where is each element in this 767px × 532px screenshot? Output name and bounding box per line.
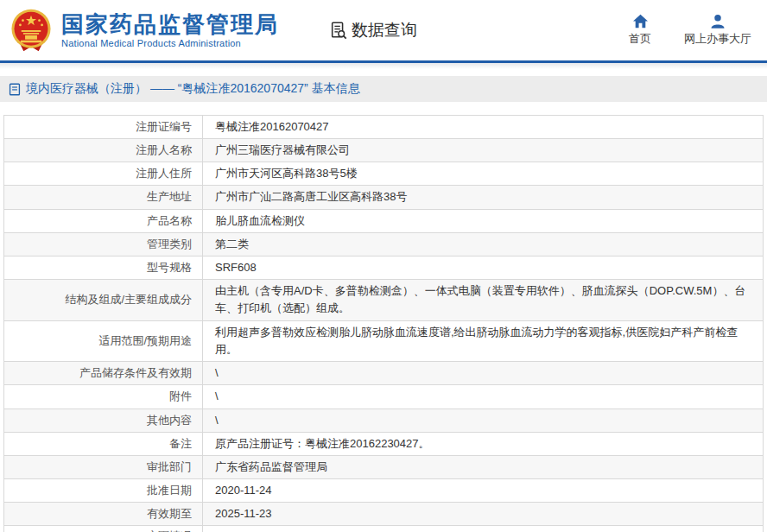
row-label: 注册证编号 (4, 116, 203, 138)
table-row: 生产地址 广州市广汕二路高唐工业区高科路38号 (4, 186, 763, 209)
breadcrumb-text: 境内医疗器械（注册） —— “粤械注准20162070427” 基本信息 (26, 81, 360, 97)
nmpa-logo[interactable]: 国家药品监督管理局 National Medical Products Admi… (9, 8, 279, 53)
table-row: 结构及组成/主要组成成分 由主机（含专用A/D卡、多普勒检测盒）、一体式电脑（装… (4, 280, 763, 321)
table-row: 适用范围/预期用途 利用超声多普勒效应检测胎儿脐动脉血流速度谱,给出脐动脉血流动… (4, 321, 763, 362)
row-value: 广州市天河区高科路38号5楼 (203, 162, 763, 185)
row-value (203, 526, 763, 532)
table-row: 附件 \ (4, 385, 763, 408)
table-row: 注册人住所 广州市天河区高科路38号5楼 (4, 162, 763, 186)
row-value: SRF608 (203, 256, 763, 279)
nav-home[interactable]: 首页 (629, 14, 651, 47)
table-row: 管理类别 第二类 (4, 233, 763, 256)
row-value: 粤械注准20162070427 (203, 116, 763, 138)
site-subtitle: National Medical Products Administration (61, 38, 279, 48)
row-label: 批准日期 (4, 479, 203, 502)
data-query-tab[interactable]: 数据查询 (329, 19, 417, 41)
header-nav: 首页 网上办事大厅 (629, 14, 751, 47)
row-label: 结构及组成/主要组成成分 (4, 280, 203, 320)
row-label: 变更情况 (4, 526, 203, 532)
row-value: 原产品注册证号：粤械注准20162230427。 (203, 433, 763, 455)
row-value: \ (203, 385, 763, 408)
table-row: 变更情况 (4, 526, 763, 532)
table-row: 审批部门 广东省药品监督管理局 (4, 456, 763, 479)
table-row: 产品储存条件及有效期 \ (4, 362, 763, 385)
row-value: 由主机（含专用A/D卡、多普勒检测盒）、一体式电脑（装置专用软件）、脐血流探头（… (203, 280, 763, 320)
row-label: 注册人名称 (4, 139, 203, 162)
row-label: 生产地址 (4, 186, 203, 208)
row-label: 审批部门 (4, 456, 203, 478)
row-value: \ (203, 362, 763, 384)
nav-service-hall-label: 网上办事大厅 (684, 31, 751, 47)
site-title: 国家药品监督管理局 (61, 12, 279, 37)
page-icon (9, 83, 21, 96)
row-value: 2020-11-24 (203, 479, 763, 502)
nav-home-label: 首页 (629, 31, 651, 47)
breadcrumb: 境内医疗器械（注册） —— “粤械注准20162070427” 基本信息 (0, 76, 767, 102)
header-shadow (0, 63, 767, 69)
row-label: 型号规格 (4, 256, 203, 279)
home-icon (632, 14, 649, 28)
row-value: 广州三瑞医疗器械有限公司 (203, 139, 763, 162)
row-label: 适用范围/预期用途 (4, 321, 203, 361)
row-value: 2025-11-23 (203, 503, 763, 525)
page-header: 国家药品监督管理局 National Medical Products Admi… (0, 0, 767, 63)
table-row: 产品名称 胎儿脐血流检测仪 (4, 210, 763, 233)
row-value: 广州市广汕二路高唐工业区高科路38号 (203, 186, 763, 208)
table-row: 备注 原产品注册证号：粤械注准20162230427。 (4, 433, 763, 456)
registration-info-table: 注册证编号 粤械注准20162070427 注册人名称 广州三瑞医疗器械有限公司… (3, 115, 764, 532)
row-label: 产品名称 (4, 210, 203, 232)
row-value: 第二类 (203, 233, 763, 256)
row-value: 广东省药品监督管理局 (203, 456, 763, 478)
table-row: 其他内容 \ (4, 409, 763, 433)
person-icon (710, 14, 726, 28)
row-label: 有效期至 (4, 503, 203, 525)
row-value: \ (203, 409, 763, 432)
row-label: 备注 (4, 433, 203, 455)
table-row: 批准日期 2020-11-24 (4, 479, 763, 503)
row-label: 其他内容 (4, 409, 203, 432)
row-label: 管理类别 (4, 233, 203, 256)
table-row: 注册证编号 粤械注准20162070427 (4, 116, 763, 139)
table-row: 型号规格 SRF608 (4, 256, 763, 280)
row-value: 胎儿脐血流检测仪 (203, 210, 763, 232)
data-query-label: 数据查询 (352, 19, 417, 41)
row-label: 产品储存条件及有效期 (4, 362, 203, 384)
national-emblem-icon (9, 8, 54, 53)
table-row: 有效期至 2025-11-23 (4, 503, 763, 526)
row-label: 附件 (4, 385, 203, 408)
row-label: 注册人住所 (4, 162, 203, 185)
row-value: 利用超声多普勒效应检测胎儿脐动脉血流速度谱,给出脐动脉血流动力学的客观指标,供医… (203, 321, 763, 361)
nav-service-hall[interactable]: 网上办事大厅 (684, 14, 751, 47)
document-search-icon (329, 21, 348, 40)
table-row: 注册人名称 广州三瑞医疗器械有限公司 (4, 139, 763, 162)
